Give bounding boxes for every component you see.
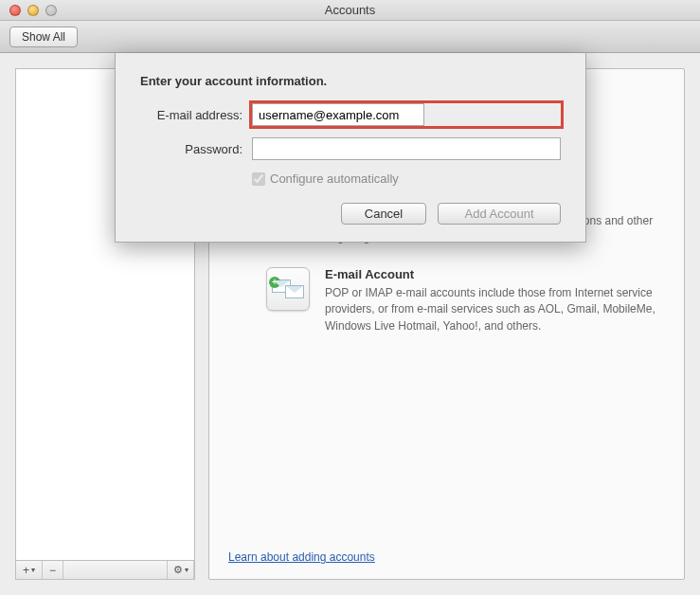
- email-row: E-mail address:: [140, 103, 561, 126]
- titlebar: Accounts: [0, 0, 700, 21]
- learn-link[interactable]: Learn about adding accounts: [228, 550, 665, 564]
- email-icon-box: +: [266, 267, 310, 311]
- email-input[interactable]: [252, 103, 424, 126]
- password-input[interactable]: [252, 137, 561, 160]
- sidebar-footer: + −: [15, 561, 195, 580]
- remove-account-button[interactable]: −: [43, 561, 63, 579]
- plus-badge-icon: +: [269, 277, 280, 288]
- configure-auto-checkbox[interactable]: [252, 172, 265, 186]
- email-desc: POP or IMAP e-mail accounts include thos…: [325, 285, 665, 334]
- toolbar: Show All: [0, 21, 700, 53]
- email-text: E-mail Account POP or IMAP e-mail accoun…: [325, 267, 665, 334]
- window-controls: [0, 5, 57, 16]
- show-all-button[interactable]: Show All: [9, 27, 78, 47]
- footer-spacer: [63, 561, 168, 579]
- window-title: Accounts: [0, 3, 700, 17]
- email-label: E-mail address:: [140, 108, 242, 122]
- cancel-button[interactable]: Cancel: [341, 203, 426, 225]
- email-icon: +: [272, 279, 304, 298]
- account-actions-menu-button[interactable]: [168, 561, 194, 579]
- email-title: E-mail Account: [325, 267, 665, 281]
- password-row: Password:: [140, 137, 561, 160]
- configure-auto-row: Configure automatically: [252, 171, 561, 186]
- sheet-buttons: Cancel Add Account: [140, 203, 561, 225]
- password-label: Password:: [140, 142, 242, 156]
- minimize-window-icon[interactable]: [27, 5, 39, 16]
- configure-auto-label: Configure automatically: [270, 171, 399, 186]
- add-account-menu-button[interactable]: +: [16, 561, 43, 579]
- add-account-button[interactable]: Add Account: [438, 203, 561, 225]
- close-window-icon[interactable]: [9, 5, 21, 16]
- email-account-option[interactable]: + E-mail Account POP or IMAP e-mail acco…: [228, 267, 665, 334]
- zoom-window-icon[interactable]: [45, 5, 57, 16]
- sheet-heading: Enter your account information.: [140, 74, 561, 88]
- add-account-sheet: Enter your account information. E-mail a…: [115, 53, 586, 243]
